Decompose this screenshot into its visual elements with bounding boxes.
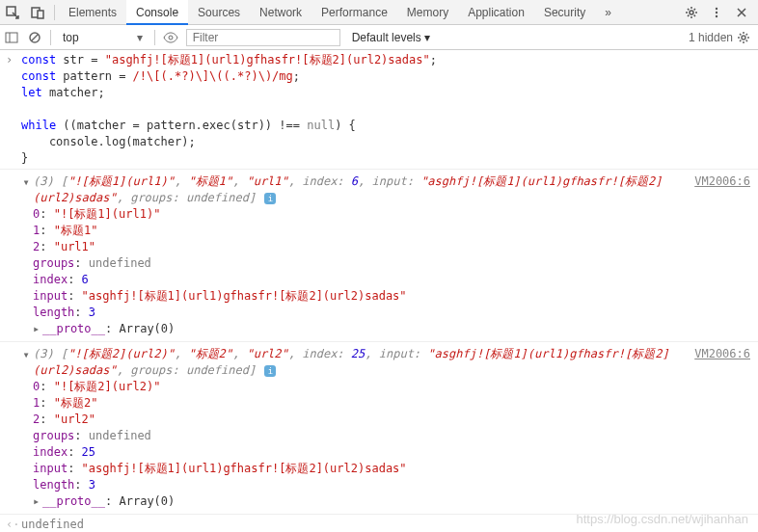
close-icon[interactable] — [729, 0, 754, 25]
toolbar-right — [679, 0, 758, 25]
clear-console-icon[interactable] — [23, 25, 46, 50]
gear-icon[interactable] — [733, 25, 754, 50]
origin-link[interactable]: VM2006:6 — [694, 173, 758, 190]
tab-performance[interactable]: Performance — [311, 0, 397, 25]
proto-entry[interactable]: ▸__proto__: Array(0) — [21, 493, 758, 510]
array-entry: groups: undefined — [21, 428, 758, 444]
divider — [54, 5, 55, 20]
array-entry: length: 3 — [21, 305, 758, 321]
svg-line-10 — [32, 34, 39, 40]
expand-toggle-icon[interactable]: ▾ — [21, 174, 31, 191]
code-line: const str = "asghfj![标题1](url1)gfhasfr![… — [21, 52, 758, 68]
filter-input[interactable] — [186, 29, 340, 46]
array-entry: index: 25 — [21, 444, 758, 461]
kebab-menu-icon[interactable] — [704, 0, 729, 25]
expand-toggle-icon[interactable]: ▾ — [21, 347, 31, 363]
svg-rect-2 — [38, 11, 43, 18]
panel-tabs: Elements Console Sources Network Perform… — [59, 0, 679, 25]
hidden-count[interactable]: 1 hidden — [689, 31, 733, 44]
device-toggle-icon[interactable] — [25, 0, 50, 25]
code-line: console.log(matcher); — [21, 134, 758, 150]
sidebar-toggle-icon[interactable] — [0, 25, 23, 50]
levels-label: Default levels ▾ — [352, 31, 430, 44]
proto-entry[interactable]: ▸__proto__: Array(0) — [21, 321, 758, 337]
divider — [154, 30, 155, 45]
chevron-down-icon: ▾ — [137, 31, 143, 44]
svg-point-3 — [690, 11, 693, 14]
tab-overflow[interactable]: » — [595, 0, 621, 25]
tab-elements[interactable]: Elements — [59, 0, 126, 25]
array-summary[interactable]: (3) ["![标题2](url2)", "标题2", "url2", inde… — [21, 346, 758, 379]
tab-sources[interactable]: Sources — [188, 0, 250, 25]
info-icon[interactable]: i — [264, 365, 276, 377]
origin-link[interactable]: VM2006:6 — [694, 346, 758, 362]
input-caret-icon: › — [6, 52, 13, 68]
return-caret-icon: ‹· — [6, 517, 19, 532]
code-line: } — [21, 150, 758, 167]
array-entry: 0: "![标题2](url2)" — [21, 379, 758, 395]
context-selector[interactable]: top ▾ — [55, 25, 150, 50]
code-line: while ((matcher = pattern.exec(str)) !==… — [21, 118, 758, 134]
array-summary[interactable]: (3) ["![标题1](url1)", "标题1", "url1", inde… — [21, 173, 758, 206]
inspect-icon[interactable] — [0, 0, 25, 25]
array-entry: input: "asghfj![标题1](url1)gfhasfr![标题2](… — [21, 288, 758, 305]
log-levels-selector[interactable]: Default levels ▾ — [344, 25, 438, 50]
tab-network[interactable]: Network — [250, 0, 311, 25]
gear-icon[interactable] — [679, 0, 704, 25]
info-icon[interactable]: i — [264, 193, 276, 204]
context-label: top — [63, 31, 79, 44]
array-entry: input: "asghfj![标题1](url1)gfhasfr![标题2](… — [21, 461, 758, 477]
eye-icon[interactable] — [159, 25, 182, 50]
array-entry: 1: "标题2" — [21, 395, 758, 412]
array-entry: 0: "![标题1](url1)" — [21, 206, 758, 223]
console-input-block: › const str = "asghfj![标题1](url1)gfhasfr… — [0, 50, 758, 170]
tab-memory[interactable]: Memory — [397, 0, 458, 25]
array-entry: 2: "url1" — [21, 239, 758, 255]
svg-point-5 — [716, 11, 717, 13]
array-entry: 2: "url2" — [21, 412, 758, 428]
code-line: const pattern = /!\[(.*?)\]\((.*?)\)/mg; — [21, 68, 758, 85]
tab-application[interactable]: Application — [458, 0, 534, 25]
svg-point-6 — [716, 14, 717, 16]
svg-point-4 — [716, 7, 717, 9]
code-line: let matcher; — [21, 85, 758, 101]
array-entry: 1: "标题1" — [21, 223, 758, 239]
console-body: › const str = "asghfj![标题1](url1)gfhasfr… — [0, 50, 758, 532]
svg-point-11 — [169, 36, 173, 40]
console-return: ‹· undefined — [0, 515, 758, 532]
svg-rect-7 — [6, 33, 17, 42]
array-entry: length: 3 — [21, 477, 758, 493]
console-output: VM2006:6 ▾ (3) ["![标题1](url1)", "标题1", "… — [0, 170, 758, 342]
array-entry: index: 6 — [21, 272, 758, 288]
console-output: VM2006:6 ▾ (3) ["![标题2](url2)", "标题2", "… — [0, 342, 758, 515]
tab-security[interactable]: Security — [534, 0, 595, 25]
devtools-toolbar: Elements Console Sources Network Perform… — [0, 0, 758, 25]
tab-console[interactable]: Console — [126, 0, 188, 25]
console-filter-bar: top ▾ Default levels ▾ 1 hidden — [0, 25, 758, 50]
divider — [50, 30, 51, 45]
svg-point-12 — [742, 36, 745, 40]
code-line — [21, 101, 758, 118]
return-value: undefined — [21, 518, 84, 531]
array-entry: groups: undefined — [21, 255, 758, 272]
